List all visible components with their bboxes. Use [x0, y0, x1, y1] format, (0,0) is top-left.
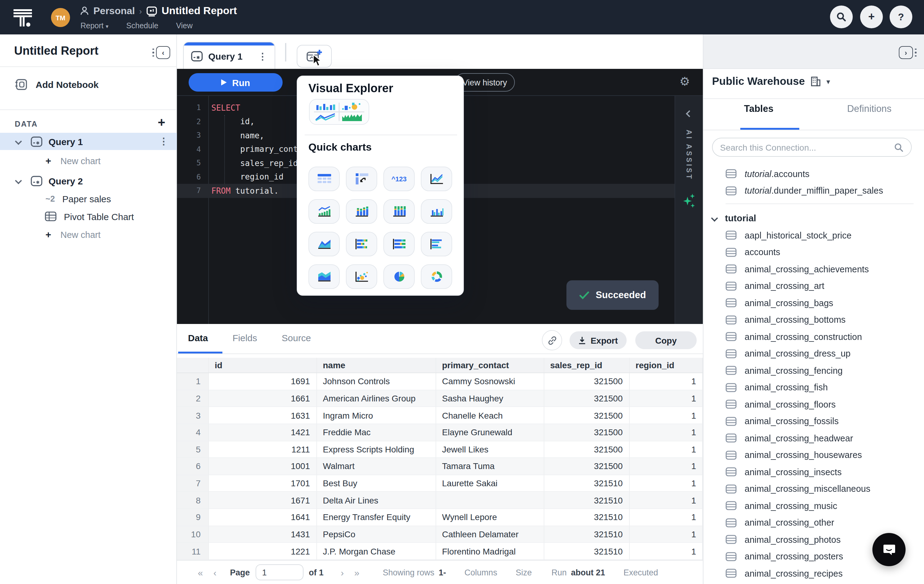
table-row[interactable]: 3 1631 Ingram Micro Chanelle Keach 32150… — [177, 407, 703, 424]
gear-icon[interactable]: ⚙ — [680, 74, 690, 89]
cell-region-id[interactable]: 1 — [629, 509, 703, 526]
schema-table-item[interactable]: animal_crossing_fossils — [703, 413, 924, 430]
schema-table-item[interactable]: animal_crossing_recipes — [703, 565, 924, 582]
cell-sales-rep-id[interactable]: 321510 — [544, 526, 629, 543]
column-header-primary-contact[interactable]: primary_contact — [436, 358, 544, 372]
schema-table-item[interactable]: animal_crossing_bottoms — [703, 311, 924, 328]
quick-chart-stacked-bar-button[interactable] — [346, 232, 377, 256]
cell-sales-rep-id[interactable]: 321510 — [544, 509, 629, 526]
quick-chart-table-button[interactable] — [309, 167, 340, 191]
cell-primary-contact[interactable]: Chanelle Keach — [436, 407, 544, 424]
table-row[interactable]: 7 1701 Best Buy Laurette Sakai 321510 1 — [177, 475, 703, 492]
cell-region-id[interactable]: 1 — [629, 458, 703, 475]
connection-search[interactable] — [712, 138, 912, 157]
cell-id[interactable]: 1431 — [209, 526, 317, 543]
sidebar-item-paper-sales[interactable]: ~2 Paper sales — [0, 190, 177, 207]
table-row[interactable]: 10 1431 PepsiCo Cathleen Delamater 32151… — [177, 526, 703, 543]
export-button[interactable]: Export — [569, 331, 627, 349]
chevron-down-icon[interactable] — [15, 177, 22, 184]
add-button[interactable]: + — [860, 5, 883, 28]
quick-chart-grouped-column-button[interactable] — [421, 199, 452, 224]
schema-table-item[interactable]: aapl_historical_stock_price — [703, 227, 924, 244]
schema-table-item[interactable]: animal_crossing_fencing — [703, 362, 924, 379]
cell-sales-rep-id[interactable]: 321500 — [544, 407, 629, 424]
sidebar-item-query2[interactable]: Query 2 — [0, 172, 177, 189]
tab-source[interactable]: Source — [282, 333, 311, 343]
cell-id[interactable]: 1221 — [209, 543, 317, 560]
cell-primary-contact[interactable]: Jewell Likes — [436, 441, 544, 458]
cell-name[interactable]: Energy Transfer Equity — [317, 509, 436, 526]
schema-table-item[interactable]: animal_crossing_floors — [703, 396, 924, 413]
column-header-id[interactable]: id — [209, 358, 317, 372]
cell-region-id[interactable]: 1 — [629, 475, 703, 492]
sidebar-item-pivot-table-chart[interactable]: Pivot Table Chart — [0, 208, 177, 224]
menu-schedule[interactable]: Schedule — [126, 22, 158, 30]
cell-primary-contact[interactable]: Tamara Tuma — [436, 458, 544, 475]
table-row[interactable]: 4 1421 Freddie Mac Elayne Grunewald 3215… — [177, 424, 703, 441]
cell-primary-contact[interactable]: Cathleen Delamater — [436, 526, 544, 543]
menu-view[interactable]: View — [176, 22, 193, 30]
quick-chart-stacked-column-100-button[interactable] — [383, 199, 415, 224]
app-logo-icon[interactable] — [12, 7, 34, 29]
table-row[interactable]: 1 1691 Johnson Controls Cammy Sosnowski … — [177, 373, 703, 390]
cell-region-id[interactable]: 1 — [629, 407, 703, 424]
add-query-button[interactable]: + — [158, 115, 165, 130]
next-page-button[interactable]: › — [341, 567, 344, 577]
share-link-button[interactable] — [542, 330, 562, 351]
collapse-sidebar-button[interactable]: ‹ — [152, 45, 171, 60]
breadcrumb-section[interactable]: Personal — [93, 5, 135, 17]
tab-kebab-icon[interactable]: ⋮ — [258, 51, 267, 62]
cell-region-id[interactable]: 1 — [629, 373, 703, 390]
schema-table-item[interactable]: animal_crossing_headwear — [703, 430, 924, 447]
pinned-table-item[interactable]: tutorial.dunder_mifflin_paper_sales — [703, 182, 924, 199]
sidebar-item-new-chart-2[interactable]: + New chart — [0, 227, 177, 242]
cell-primary-contact[interactable]: Sasha Haughey — [436, 390, 544, 407]
cell-sales-rep-id[interactable]: 321510 — [544, 475, 629, 492]
table-row[interactable]: 8 1671 Delta Air Lines 321510 1 — [177, 492, 703, 509]
first-page-button[interactable]: « — [198, 567, 203, 577]
table-row[interactable]: 11 1221 J.P. Morgan Chase Florentino Mad… — [177, 543, 703, 560]
table-row[interactable]: 5 1211 Express Scripts Holding Jewell Li… — [177, 441, 703, 458]
cell-id[interactable]: 1661 — [209, 390, 317, 407]
ai-assist-panel[interactable]: AI ASSIST — [675, 96, 703, 324]
schema-table-item[interactable]: animal_crossing_art — [703, 278, 924, 294]
columns-label[interactable]: Columns — [464, 568, 497, 577]
help-button[interactable]: ? — [889, 5, 912, 28]
add-notebook-button[interactable]: Add Notebook — [15, 79, 99, 90]
quick-chart-scatter-button[interactable] — [346, 264, 377, 289]
quick-chart-line-bar-button[interactable] — [309, 199, 340, 224]
cell-name[interactable]: Express Scripts Holding — [317, 441, 436, 458]
quick-chart-stacked-area-button[interactable] — [309, 264, 340, 289]
cell-sales-rep-id[interactable]: 321510 — [544, 492, 629, 509]
table-row[interactable]: 2 1661 American Airlines Group Sasha Hau… — [177, 390, 703, 407]
schema-table-item[interactable]: animal_crossing_miscellaneous — [703, 480, 924, 497]
cell-region-id[interactable]: 1 — [629, 543, 703, 560]
schema-table-item[interactable]: animal_crossing_bags — [703, 294, 924, 311]
schema-table-item[interactable]: animal_crossing_fish — [703, 379, 924, 396]
avatar[interactable]: TM — [51, 8, 70, 27]
schema-table-item[interactable]: animal_crossing_achievements — [703, 261, 924, 278]
menu-report[interactable]: Report ▾ — [81, 22, 109, 30]
chat-widget-button[interactable] — [873, 533, 906, 566]
cell-sales-rep-id[interactable]: 321510 — [544, 543, 629, 560]
cell-region-id[interactable]: 1 — [629, 441, 703, 458]
quick-chart-big-number-button[interactable]: ^123 — [383, 167, 415, 191]
tab-definitions[interactable]: Definitions — [814, 103, 924, 114]
table-row[interactable]: 9 1641 Energy Transfer Equity Wynell Lep… — [177, 509, 703, 526]
chevron-left-icon[interactable] — [686, 110, 693, 117]
cell-region-id[interactable]: 1 — [629, 492, 703, 509]
chevron-down-icon[interactable] — [15, 138, 22, 145]
cell-id[interactable]: 1671 — [209, 492, 317, 509]
cell-sales-rep-id[interactable]: 321500 — [544, 424, 629, 441]
cell-name[interactable]: Delta Air Lines — [317, 492, 436, 509]
prev-page-button[interactable]: ‹ — [213, 567, 216, 577]
cell-primary-contact[interactable]: Elayne Grunewald — [436, 424, 544, 441]
cell-sales-rep-id[interactable]: 321500 — [544, 390, 629, 407]
run-button[interactable]: Run — [189, 73, 282, 92]
cell-region-id[interactable]: 1 — [629, 390, 703, 407]
sidebar-item-new-chart-1[interactable]: + New chart — [0, 154, 177, 169]
cell-id[interactable]: 1421 — [209, 424, 317, 441]
cell-id[interactable]: 1641 — [209, 509, 317, 526]
schema-table-item[interactable]: animal_crossing_insects — [703, 463, 924, 480]
connection-search-input[interactable] — [720, 142, 894, 152]
